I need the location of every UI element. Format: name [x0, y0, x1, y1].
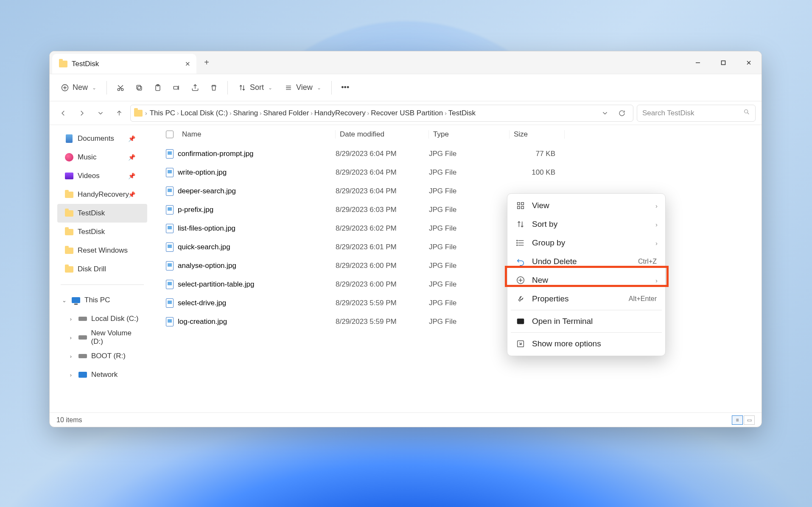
breadcrumb-segment[interactable]: Shared Folder [263, 109, 309, 117]
sidebar-item[interactable]: Documents📌 [57, 129, 147, 148]
tab-close-button[interactable]: ✕ [185, 60, 190, 68]
context-menu-label: View [532, 201, 549, 210]
sort-button[interactable]: Sort ⌄ [233, 80, 277, 95]
close-button[interactable] [736, 51, 762, 74]
group-icon [516, 238, 525, 248]
trash-icon [210, 84, 218, 92]
list-icon [284, 84, 293, 92]
history-dropdown-button[interactable] [597, 106, 613, 121]
sidebar-drive[interactable]: ›Local Disk (C:) [57, 309, 147, 328]
share-button[interactable] [187, 80, 204, 95]
image-file-icon [166, 149, 174, 159]
sidebar-item[interactable]: Reset Windows [57, 241, 147, 260]
search-icon [743, 109, 750, 117]
details-view-toggle[interactable]: ≡ [732, 415, 743, 425]
up-button[interactable] [112, 106, 127, 121]
context-menu-properties[interactable]: PropertiesAlt+Enter [507, 290, 665, 308]
file-row[interactable]: analyse-option.jpg8/29/2023 6:00 PMJPG F… [149, 256, 762, 275]
file-date: 8/29/2023 6:04 PM [336, 150, 429, 158]
file-row[interactable]: select-partition-table.jpg8/29/2023 6:00… [149, 275, 762, 294]
refresh-button[interactable] [614, 106, 630, 121]
terminal-icon [516, 317, 525, 326]
context-menu-open-in-terminal[interactable]: Open in Terminal [507, 312, 665, 331]
context-menu-group-by[interactable]: Group by› [507, 234, 665, 252]
forward-button[interactable] [74, 106, 90, 121]
sort-icon [516, 220, 525, 229]
svg-rect-22 [518, 203, 520, 205]
recent-button[interactable] [93, 106, 108, 121]
view-button[interactable]: View ⌄ [279, 80, 326, 95]
file-name: write-option.jpg [178, 168, 227, 177]
address-bar: › This PC › Local Disk (C:) › Sharing › … [50, 101, 762, 125]
cut-button[interactable] [112, 80, 129, 95]
breadcrumb-segment[interactable]: Recover USB Partition [371, 109, 443, 117]
folder-icon [65, 209, 73, 217]
file-row[interactable]: write-option.jpg8/29/2023 6:04 PMJPG Fil… [149, 163, 762, 182]
sidebar-drive[interactable]: ›New Volume (D:) [57, 328, 147, 347]
new-button[interactable]: New ⌄ [56, 80, 101, 95]
context-menu-label: Undo Delete [532, 257, 577, 266]
image-file-icon [166, 298, 174, 308]
column-date[interactable]: Date modified [336, 130, 429, 139]
rename-button[interactable] [168, 80, 185, 95]
file-type: JPG File [429, 224, 510, 233]
svg-rect-11 [138, 86, 142, 90]
maximize-button[interactable] [711, 51, 736, 74]
context-menu-show-more-options[interactable]: Show more options [507, 334, 665, 353]
breadcrumb-segment[interactable]: This PC [150, 109, 175, 117]
column-name[interactable]: Name [179, 130, 336, 139]
image-file-icon [166, 242, 174, 252]
select-all-checkbox[interactable] [166, 131, 174, 138]
toolbar: New ⌄ Sort ⌄ View ⌄ ••• [50, 74, 762, 101]
file-row[interactable]: select-drive.jpg8/29/2023 5:59 PMJPG Fil… [149, 294, 762, 312]
tab-testdisk[interactable]: TestDisk ✕ [52, 54, 196, 74]
sidebar-item[interactable]: HandyRecovery📌 [57, 185, 147, 204]
context-menu-view[interactable]: View› [507, 196, 665, 215]
breadcrumb[interactable]: › This PC › Local Disk (C:) › Sharing › … [130, 105, 633, 122]
column-size[interactable]: Size [510, 130, 565, 139]
svg-rect-35 [517, 319, 524, 324]
sidebar-item[interactable]: TestDisk [57, 223, 147, 241]
sidebar-item[interactable]: TestDisk [57, 204, 147, 223]
new-tab-button[interactable]: + [196, 51, 217, 74]
delete-button[interactable] [205, 80, 222, 95]
file-size: 100 KB [510, 168, 560, 177]
file-row[interactable]: quick-search.jpg8/29/2023 6:01 PMJPG Fil… [149, 238, 762, 256]
sidebar-this-pc[interactable]: ⌄This PC [57, 291, 147, 309]
paste-button[interactable] [149, 80, 166, 95]
file-name: analyse-option.jpg [178, 262, 236, 270]
breadcrumb-segment[interactable]: HandyRecovery [314, 109, 366, 117]
sidebar-network[interactable]: ›Network [57, 365, 147, 384]
file-type: JPG File [429, 262, 510, 270]
shortcut-label: Alt+Enter [629, 295, 657, 303]
breadcrumb-segment[interactable]: TestDisk [448, 109, 476, 117]
svg-rect-12 [137, 85, 140, 89]
file-row[interactable]: log-creation.jpg8/29/2023 5:59 PMJPG Fil… [149, 312, 762, 331]
breadcrumb-segment[interactable]: Local Disk (C:) [181, 109, 228, 117]
file-row[interactable]: list-files-option.jpg8/29/2023 6:02 PMJP… [149, 219, 762, 238]
back-button[interactable] [56, 106, 71, 121]
file-type: JPG File [429, 150, 510, 158]
drive-icon [78, 352, 87, 360]
file-row[interactable]: confirmation-prompt.jpg8/29/2023 6:04 PM… [149, 145, 762, 163]
sidebar-item-label: Music [78, 153, 96, 162]
more-icon [516, 339, 525, 348]
breadcrumb-segment[interactable]: Sharing [233, 109, 258, 117]
thumbnails-view-toggle[interactable]: ▭ [744, 415, 755, 425]
search-input[interactable]: Search TestDisk [637, 105, 756, 122]
sidebar-item[interactable]: Music📌 [57, 148, 147, 167]
context-menu-sort-by[interactable]: Sort by› [507, 215, 665, 234]
copy-button[interactable] [131, 80, 148, 95]
sidebar-item[interactable]: Disk Drill [57, 260, 147, 279]
image-file-icon [166, 280, 174, 289]
file-row[interactable]: deeper-search.jpg8/29/2023 6:04 PMJPG Fi… [149, 182, 762, 201]
sidebar-drive[interactable]: ›BOOT (R:) [57, 347, 147, 365]
context-menu-undo-delete[interactable]: Undo DeleteCtrl+Z [507, 252, 665, 271]
sidebar-item[interactable]: Videos📌 [57, 167, 147, 185]
more-button[interactable]: ••• [337, 80, 354, 95]
minimize-button[interactable] [685, 51, 711, 74]
context-menu-new[interactable]: New› [507, 271, 665, 290]
column-type[interactable]: Type [429, 130, 510, 139]
file-date: 8/29/2023 6:03 PM [336, 206, 429, 214]
file-row[interactable]: p-prefix.jpg8/29/2023 6:03 PMJPG File [149, 201, 762, 219]
